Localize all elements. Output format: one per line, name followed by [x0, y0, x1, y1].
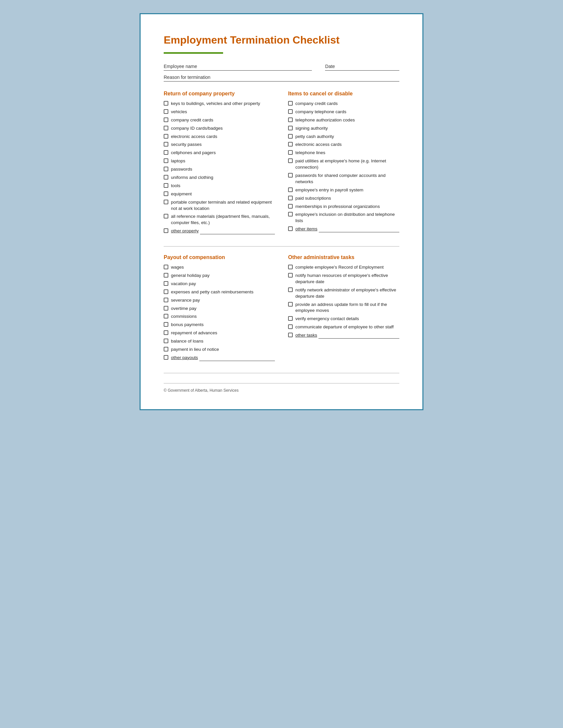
checkbox[interactable]	[288, 109, 293, 114]
employee-name-label: Employee name	[164, 64, 197, 69]
checkbox[interactable]	[288, 117, 293, 122]
checkbox[interactable]	[164, 158, 168, 163]
checkbox[interactable]	[164, 126, 168, 130]
list-item: company telephone cards	[288, 109, 399, 115]
checkbox[interactable]	[288, 324, 293, 329]
checkbox[interactable]	[164, 281, 168, 286]
list-item: complete employee's Record of Employment	[288, 264, 399, 271]
list-item: telephone lines	[288, 150, 399, 156]
page-title: Employment Termination Checklist	[164, 34, 399, 46]
checkbox[interactable]	[164, 314, 168, 318]
checkbox[interactable]	[288, 196, 293, 200]
checkbox[interactable]	[288, 333, 293, 337]
checkbox[interactable]	[164, 273, 168, 278]
list-item: communicate departure of employee to oth…	[288, 324, 399, 330]
checkbox[interactable]	[288, 302, 293, 307]
return-property-list: keys to buildings, vehicles and other pr…	[164, 101, 275, 234]
list-item: electronic access cards	[164, 134, 275, 140]
list-item: tools	[164, 183, 275, 189]
checkbox[interactable]	[164, 191, 168, 196]
checkbox[interactable]	[164, 214, 168, 218]
admin-tasks-section: Other administrative tasks complete empl…	[288, 254, 399, 363]
checkbox[interactable]	[288, 134, 293, 139]
payout-list: wages general holiday pay vacation pay e…	[164, 264, 275, 361]
checkbox[interactable]	[164, 150, 168, 155]
bottom-columns: Payout of compensation wages general hol…	[164, 254, 399, 363]
date-label: Date	[325, 64, 335, 69]
reason-label: Reason for termination	[164, 75, 211, 80]
checkbox[interactable]	[164, 117, 168, 122]
checkbox[interactable]	[288, 142, 293, 147]
checkbox[interactable]	[288, 158, 293, 163]
checkbox[interactable]	[164, 355, 168, 360]
checkbox[interactable]	[288, 226, 293, 231]
checkbox[interactable]	[288, 316, 293, 321]
return-property-section: Return of company property keys to build…	[164, 91, 275, 236]
checkbox[interactable]	[288, 204, 293, 209]
checkbox[interactable]	[164, 265, 168, 269]
checkbox[interactable]	[288, 265, 293, 269]
payout-title: Payout of compensation	[164, 254, 275, 260]
list-item: expenses and petty cash reimbursements	[164, 289, 275, 295]
checkbox[interactable]	[288, 101, 293, 106]
list-item: repayment of advances	[164, 330, 275, 336]
checkbox[interactable]	[288, 273, 293, 278]
checkbox[interactable]	[164, 330, 168, 335]
checkbox[interactable]	[288, 150, 293, 155]
checkbox[interactable]	[288, 287, 293, 292]
list-item: company credit cards	[288, 101, 399, 107]
checkbox[interactable]	[164, 289, 168, 294]
checkbox[interactable]	[288, 212, 293, 216]
list-item: other items	[288, 226, 399, 232]
reason-field[interactable]: Reason for termination	[164, 75, 399, 82]
checkbox[interactable]	[288, 187, 293, 192]
section-divider	[164, 246, 399, 247]
checkbox[interactable]	[164, 298, 168, 302]
list-item: keys to buildings, vehicles and other pr…	[164, 101, 275, 107]
employee-name-field[interactable]: Employee name	[164, 64, 312, 71]
list-item: memberships in professional organization…	[288, 204, 399, 210]
list-item: wages	[164, 264, 275, 271]
return-property-title: Return of company property	[164, 91, 275, 97]
checkbox[interactable]	[288, 173, 293, 178]
checkbox[interactable]	[288, 126, 293, 130]
checkbox[interactable]	[164, 183, 168, 188]
list-item: bonus payments	[164, 322, 275, 328]
list-item: vehicles	[164, 109, 275, 115]
list-item: severance pay	[164, 297, 275, 304]
list-item: commissions	[164, 314, 275, 320]
list-item: provide an address update form to fill o…	[288, 302, 399, 314]
cancel-disable-list: company credit cards company telephone c…	[288, 101, 399, 232]
checkbox[interactable]	[164, 200, 168, 204]
checkbox[interactable]	[164, 228, 168, 233]
date-field[interactable]: Date	[325, 64, 399, 71]
admin-tasks-list: complete employee's Record of Employment…	[288, 264, 399, 339]
checkbox[interactable]	[164, 109, 168, 114]
checkbox[interactable]	[164, 339, 168, 343]
list-item: cellphones and pagers	[164, 150, 275, 156]
decorative-bar	[164, 52, 223, 54]
list-item: paid utilities at employee's home (e.g. …	[288, 158, 399, 171]
payout-section: Payout of compensation wages general hol…	[164, 254, 275, 363]
list-item: uniforms and clothing	[164, 175, 275, 181]
checkbox[interactable]	[164, 142, 168, 147]
list-item: passwords	[164, 166, 275, 173]
checkbox[interactable]	[164, 101, 168, 106]
form-row-1: Employee name Date	[164, 64, 399, 71]
checkbox[interactable]	[164, 167, 168, 171]
checkbox[interactable]	[164, 322, 168, 327]
list-item: telephone authorization codes	[288, 117, 399, 123]
list-item: laptops	[164, 158, 275, 164]
top-columns: Return of company property keys to build…	[164, 91, 399, 236]
list-item: passwords for shared computer accounts a…	[288, 173, 399, 185]
checkbox[interactable]	[164, 134, 168, 139]
footer: © Government of Alberta, Human Services	[164, 383, 399, 393]
list-item: other property	[164, 228, 275, 234]
checkbox[interactable]	[164, 175, 168, 180]
list-item: petty cash authority	[288, 134, 399, 140]
footer-text: © Government of Alberta, Human Services	[164, 388, 239, 393]
checkbox[interactable]	[164, 306, 168, 311]
list-item: other tasks	[288, 332, 399, 339]
checkbox[interactable]	[164, 347, 168, 351]
list-item: overtime pay	[164, 306, 275, 312]
